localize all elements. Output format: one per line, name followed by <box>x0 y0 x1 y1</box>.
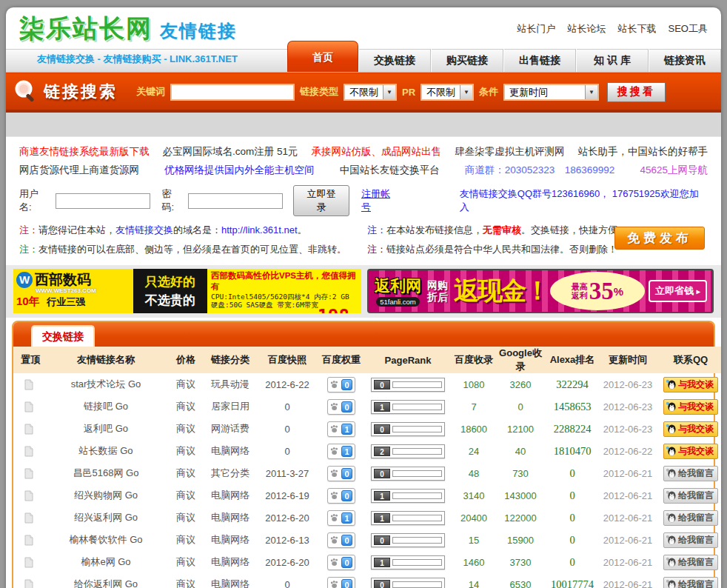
site-link[interactable]: 链接吧 Go <box>84 401 128 412</box>
baidu-weight-cell: 0 <box>318 395 364 418</box>
register-link[interactable]: 注册帐号 <box>361 187 400 214</box>
baidu-weight-badge[interactable]: 1 <box>327 444 355 459</box>
site-link[interactable]: star技术论坛 Go <box>71 378 141 390</box>
fanli-cta-button[interactable]: 立即省钱 ▸ <box>649 280 707 302</box>
site-link[interactable]: 绍兴购物网 Go <box>74 490 138 501</box>
nav-tab[interactable]: 首页 <box>287 41 358 72</box>
snapshot-cell: 0 <box>256 395 318 418</box>
notice-link[interactable]: 商道群：203052323 186369992 <box>465 161 615 179</box>
paw-icon <box>330 491 339 500</box>
login-button[interactable]: 立即登录 <box>293 185 349 216</box>
keyword-label: 关键词 <box>136 85 165 98</box>
notice-link[interactable]: 承接网站仿版、成品网站出售 <box>312 142 442 161</box>
site-link[interactable]: 给你返利网 Go <box>74 578 138 588</box>
alexa-rank-cell: 1458653 <box>545 395 600 418</box>
updated-cell: 2012-06-22 <box>600 440 656 462</box>
baidu-weight-badge[interactable]: 1 <box>327 421 355 437</box>
pagerank-widget: 1 <box>371 555 445 569</box>
note-segment: 友情链接的可以在底部、侧边等，但必须是在首页的可见位置、非跳转。 <box>38 244 346 255</box>
notice-link[interactable]: 网店货源代理上商道货源网 <box>19 161 139 179</box>
topbar-link[interactable]: 站长下载 <box>618 22 657 36</box>
qq-contact-button[interactable]: 与我交谈 <box>663 421 718 437</box>
username-field[interactable] <box>56 193 150 209</box>
qq-contact-label: 给我留言 <box>678 556 714 569</box>
qq-contact-button[interactable]: 给我留言 <box>663 488 718 504</box>
condition-select[interactable]: 更新时间 ▼ <box>503 84 599 101</box>
qq-contact-button[interactable]: 给我留言 <box>663 510 718 526</box>
site-link[interactable]: 昌邑5168网 Go <box>73 467 139 478</box>
west263-banner-ad[interactable]: W 西部数码 WWW.WEST263.COM 10年 行业三强 只选好的 不选贵… <box>13 269 361 313</box>
column-header: 友情链接名称 <box>44 347 167 373</box>
qq-penguin-icon <box>666 379 677 390</box>
free-post-button[interactable]: 免费发布 <box>614 227 705 250</box>
logo-sub-text: 友情链接 <box>160 19 237 43</box>
baidu-weight-badge[interactable]: 0 <box>327 555 355 570</box>
link-search-bar: 链接搜索 关键词 链接类型 不限制 ▼ PR 不限制 ▼ 条件 更新时间 ▼ 搜… <box>6 73 721 113</box>
breadcrumb[interactable]: 友情链接交换 - 友情链接购买 - LINK.361T.NET <box>6 53 238 72</box>
topbar-link[interactable]: SEO工具 <box>669 22 708 36</box>
table-row: star技术论坛 Go 商议 玩具动漫 2012-6-22 0 0 1080 3… <box>13 373 721 395</box>
paw-icon <box>330 402 339 411</box>
notice-link[interactable]: 45625上网导航 <box>640 161 708 179</box>
pr-select[interactable]: 不限制 ▼ <box>421 84 474 101</box>
baidu-weight-badge[interactable]: 0 <box>327 577 355 588</box>
notice-link[interactable]: 肆叁柒零虚拟主机评测网 <box>455 142 565 161</box>
price-cell: 商议 <box>167 462 204 484</box>
qq-contact-button[interactable]: 给我留言 <box>663 532 718 548</box>
notice-link[interactable]: 商道友情链接系统最新版下载 <box>19 142 150 161</box>
qq-contact-button[interactable]: 与我交谈 <box>663 444 718 459</box>
chevron-down-icon[interactable]: ▼ <box>585 85 597 99</box>
nav-tab[interactable]: 出售链接 <box>503 49 576 72</box>
fanli-banner-ad[interactable]: 返利网 51fanli.com 网购折后 返现金！ 最高返利 35 % 立即省钱… <box>367 269 714 313</box>
qq-contact-button[interactable]: 与我交谈 <box>663 377 718 392</box>
topbar-link[interactable]: 站长门户 <box>517 22 556 36</box>
site-link[interactable]: 榆林餐饮软件 Go <box>70 534 143 545</box>
baidu-weight-badge[interactable]: 1 <box>327 510 355 526</box>
column-header: Alexa排名 <box>545 347 600 373</box>
note-segment: 。 <box>298 224 307 235</box>
baidu-weight-badge[interactable]: 0 <box>327 532 355 548</box>
baidu-weight-badge[interactable]: 0 <box>327 377 355 392</box>
site-link[interactable]: 绍兴返利网 Go <box>74 512 138 523</box>
link-type-select[interactable]: 不限制 ▼ <box>344 84 397 101</box>
search-title: 链接搜索 <box>44 81 118 103</box>
qq-contact-button[interactable]: 给我留言 <box>663 577 718 588</box>
site-link[interactable]: 站长数据 Go <box>79 445 133 456</box>
column-header: Google收录 <box>496 347 545 373</box>
site-link[interactable]: 返利吧 Go <box>84 423 128 434</box>
notice-link[interactable]: 必宝网国际域名.com注册 51元 <box>162 142 298 161</box>
baidu-weight-badge[interactable]: 0 <box>327 488 355 504</box>
notice-link[interactable]: 站长助手，中国站长的好帮手 <box>577 142 708 161</box>
baidu-index-cell: 48 <box>452 462 496 484</box>
pagerank-cell: 0 <box>364 462 452 484</box>
keyword-input[interactable] <box>170 84 295 101</box>
nav-tab[interactable]: 链接资讯 <box>649 49 721 72</box>
baidu-weight-badge[interactable]: 0 <box>327 399 355 415</box>
nav-tab[interactable]: 交换链接 <box>358 49 431 72</box>
nav-tab[interactable]: 购买链接 <box>431 49 503 72</box>
nav-tab[interactable]: 知 识 库 <box>576 49 649 72</box>
password-field[interactable] <box>188 193 283 209</box>
search-icon <box>13 79 38 104</box>
alexa-rank-cell: 10017774 <box>545 573 600 588</box>
contact-qq-cell: 给我留言 <box>656 573 721 588</box>
qq-penguin-icon <box>666 468 677 479</box>
notice-link[interactable]: 优格网络提供国内外全能主机空间 <box>164 161 315 179</box>
chevron-down-icon[interactable]: ▼ <box>460 85 472 99</box>
qq-contact-button[interactable]: 与我交谈 <box>663 399 718 415</box>
pin-cell <box>13 573 44 588</box>
notice-link[interactable]: 中国站长友链交换平台 <box>340 161 440 179</box>
topbar-link[interactable]: 站长论坛 <box>568 22 606 36</box>
chevron-down-icon[interactable]: ▼ <box>383 85 395 99</box>
qq-contact-label: 给我留言 <box>678 490 714 502</box>
qq-contact-label: 与我交谈 <box>678 401 714 413</box>
contact-qq-cell: 与我交谈 <box>656 395 721 418</box>
tab-exchange-links[interactable]: 交换链接 <box>31 325 95 347</box>
qq-contact-button[interactable]: 给我留言 <box>663 555 718 570</box>
qq-contact-button[interactable]: 给我留言 <box>663 466 718 481</box>
site-link[interactable]: 榆林e网 Go <box>81 556 130 567</box>
pagerank-bar <box>392 515 442 521</box>
qq-group-link[interactable]: 友情链接交换QQ群号123616960， 176751925欢迎您加入 <box>460 187 708 214</box>
baidu-weight-badge[interactable]: 0 <box>327 466 355 481</box>
search-submit-button[interactable]: 搜搜看 <box>607 82 666 102</box>
